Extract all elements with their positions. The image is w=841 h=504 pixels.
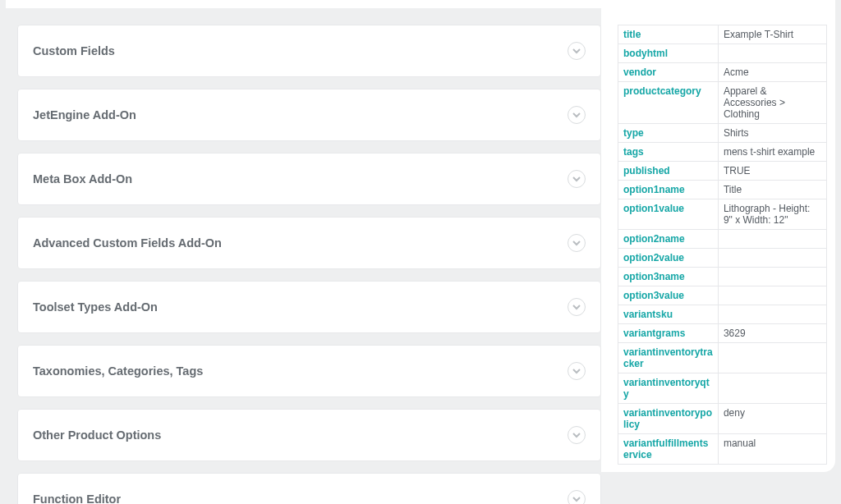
preview-value: Example T-Shirt — [718, 25, 826, 44]
preview-key: vendor — [618, 63, 719, 82]
preview-key: option2name — [618, 230, 719, 249]
accordion-acf[interactable]: Advanced Custom Fields Add-On — [17, 217, 601, 269]
chevron-down-icon — [568, 106, 586, 124]
preview-value: TRUE — [718, 162, 826, 181]
table-row: option1name Title — [618, 181, 827, 199]
table-row: option3name — [618, 268, 827, 286]
preview-key: variantsku — [618, 305, 719, 324]
accordion-meta-box[interactable]: Meta Box Add-On — [17, 153, 601, 205]
preview-key: variantinventoryqty — [618, 373, 719, 404]
preview-value: 3629 — [718, 324, 826, 343]
table-row: variantgrams 3629 — [618, 324, 827, 343]
chevron-down-icon — [568, 490, 586, 504]
preview-key: option3value — [618, 286, 719, 305]
preview-key: option1value — [618, 199, 719, 230]
preview-value: deny — [718, 404, 826, 434]
preview-key: option2value — [618, 249, 719, 268]
accordion-title: JetEngine Add-On — [33, 108, 136, 121]
preview-value: Shirts — [718, 124, 826, 143]
preview-key: variantinventorypolicy — [618, 404, 719, 434]
accordion-title: Meta Box Add-On — [33, 172, 132, 186]
chevron-down-icon — [568, 362, 586, 380]
accordion-title: Taxonomies, Categories, Tags — [33, 364, 203, 378]
table-row: variantinventorytracker — [618, 343, 827, 373]
preview-key: productcategory — [618, 82, 719, 124]
preview-value: mens t-shirt example — [718, 143, 826, 162]
preview-key: variantgrams — [618, 324, 719, 343]
accordion-title: Advanced Custom Fields Add-On — [33, 236, 222, 250]
preview-key: variantfulfillmentservice — [618, 434, 719, 465]
table-row: productcategory Apparel & Accessories > … — [618, 82, 827, 124]
table-row: option2name — [618, 230, 827, 249]
table-row: bodyhtml — [618, 44, 827, 63]
table-row: title Example T-Shirt — [618, 25, 827, 44]
accordion-title: Other Product Options — [33, 428, 161, 442]
table-row: vendor Acme — [618, 63, 827, 82]
table-row: option1value Lithograph - Height: 9" x W… — [618, 199, 827, 230]
accordion-title: Function Editor — [33, 493, 121, 504]
preview-column: title Example T-Shirt bodyhtml vendor Ac… — [618, 8, 835, 481]
accordion-custom-fields[interactable]: Custom Fields — [17, 25, 601, 77]
preview-value: manual — [718, 434, 826, 465]
preview-value — [718, 343, 826, 373]
table-row: variantsku — [618, 305, 827, 324]
table-row: option3value — [618, 286, 827, 305]
table-row: type Shirts — [618, 124, 827, 143]
preview-key: title — [618, 25, 719, 44]
preview-value — [718, 286, 826, 305]
preview-key: type — [618, 124, 719, 143]
accordion-function-editor[interactable]: Function Editor — [17, 473, 601, 504]
table-row: tags mens t-shirt example — [618, 143, 827, 162]
accordion-toolset-types[interactable]: Toolset Types Add-On — [17, 281, 601, 333]
preview-key: option3name — [618, 268, 719, 286]
preview-key: option1name — [618, 181, 719, 199]
preview-key: published — [618, 162, 719, 181]
preview-value: Title — [718, 181, 826, 199]
preview-key: tags — [618, 143, 719, 162]
chevron-down-icon — [568, 234, 586, 252]
preview-value — [718, 373, 826, 404]
preview-table: title Example T-Shirt bodyhtml vendor Ac… — [618, 25, 827, 465]
chevron-down-icon — [568, 170, 586, 188]
preview-value — [718, 230, 826, 249]
preview-value — [718, 249, 826, 268]
accordion-title: Toolset Types Add-On — [33, 300, 158, 314]
accordion-jetengine[interactable]: JetEngine Add-On — [17, 89, 601, 141]
table-row: published TRUE — [618, 162, 827, 181]
accordion-other-product-options[interactable]: Other Product Options — [17, 409, 601, 461]
chevron-down-icon — [568, 298, 586, 316]
chevron-down-icon — [568, 42, 586, 60]
preview-key: variantinventorytracker — [618, 343, 719, 373]
table-row: option2value — [618, 249, 827, 268]
accordion-title: Custom Fields — [33, 44, 115, 57]
preview-value: Apparel & Accessories > Clothing — [718, 82, 826, 124]
preview-value — [718, 305, 826, 324]
preview-value — [718, 44, 826, 63]
preview-value: Lithograph - Height: 9" x Width: 12" — [718, 199, 826, 230]
accordion-taxonomies[interactable]: Taxonomies, Categories, Tags — [17, 345, 601, 397]
preview-value — [718, 268, 826, 286]
accordion-column: Custom Fields JetEngine Add-On Meta Box … — [6, 8, 601, 504]
chevron-down-icon — [568, 426, 586, 444]
preview-key: bodyhtml — [618, 44, 719, 63]
table-row: variantfulfillmentservice manual — [618, 434, 827, 465]
preview-value: Acme — [718, 63, 826, 82]
table-row: variantinventoryqty — [618, 373, 827, 404]
page-container: Custom Fields JetEngine Add-On Meta Box … — [6, 0, 835, 472]
table-row: variantinventorypolicy deny — [618, 404, 827, 434]
accordion-list: Custom Fields JetEngine Add-On Meta Box … — [17, 25, 601, 504]
